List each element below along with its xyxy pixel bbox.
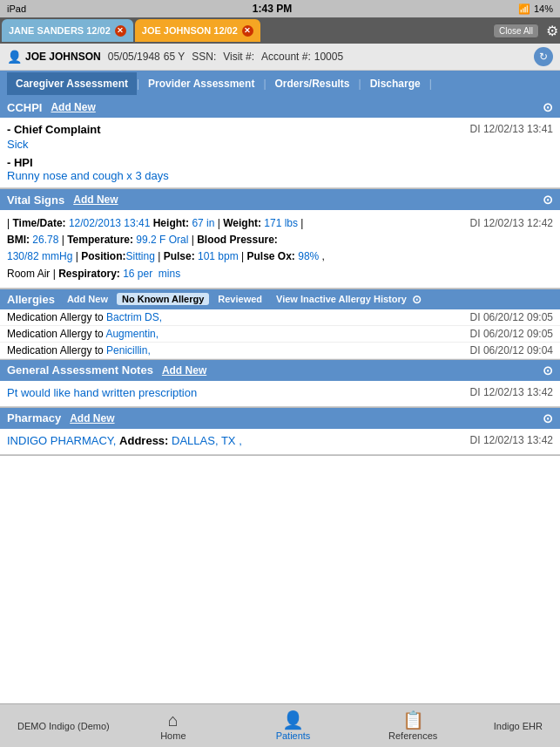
general-assessment-value[interactable]: Pt would like hand written prescription	[7, 386, 197, 399]
main-content: CCHPI Add New ⊙ - Chief Complaint DI 12/…	[0, 97, 560, 504]
general-assessment-section: General Assessment Notes Add New ⊙ Pt wo…	[0, 360, 560, 408]
vitals-row: | Time/Date: 12/02/2013 13:41 Height: 67…	[7, 215, 553, 282]
settings-icon[interactable]: ⚙	[546, 23, 558, 39]
allergy-text-1: Medication Allergy to Augmentin,	[7, 328, 159, 340]
patient-info-bar: 👤 JOE JOHNSON 05/05/1948 65 Y SSN: Visit…	[0, 44, 560, 71]
visit-label: Visit #:	[223, 51, 254, 63]
allergy-view-inactive[interactable]: View Inactive Allergy History	[271, 293, 412, 305]
tab-provider-assessment[interactable]: Provider Assessment	[139, 72, 263, 95]
patient-tab-joe[interactable]: JOE JOHNSON 12/02 ✕	[135, 19, 260, 42]
patients-icon: 👤	[282, 711, 304, 729]
bottom-tab-home[interactable]: ⌂ Home	[113, 711, 233, 741]
vital-signs-section: Vital Signs Add New ⊙ | Time/Date: 12/02…	[0, 189, 560, 289]
status-bar-right: 📶 14%	[518, 3, 553, 15]
pharmacy-section: Pharmacy Add New ⊙ INDIGO PHARMACY, Addr…	[0, 408, 560, 456]
pharmacy-address-label: Address:	[119, 434, 172, 447]
allergies-header: Allergies Add New No Known Allergy Revie…	[0, 289, 560, 309]
patient-dob: 05/05/1948	[108, 51, 160, 63]
bottom-tab-patients[interactable]: 👤 Patients	[233, 711, 354, 741]
nav-tabs: Caregiver Assessment | Provider Assessme…	[0, 71, 560, 97]
allergy-drug-0[interactable]: Bactrim DS,	[106, 311, 162, 323]
cchpi-header: CCHPI Add New ⊙	[0, 97, 560, 118]
vitals-details: | Time/Date: 12/02/2013 13:41 Height: 67…	[7, 215, 470, 282]
pharmacy-header: Pharmacy Add New ⊙	[0, 408, 560, 429]
references-label: References	[388, 730, 437, 741]
chief-complaint-label: - Chief Complaint	[7, 123, 101, 136]
cchpi-title: CCHPI	[7, 101, 42, 114]
allergy-drug-2[interactable]: Penicillin,	[106, 344, 151, 357]
pharmacy-title: Pharmacy	[7, 411, 61, 424]
status-bar-left: iPad	[7, 3, 26, 14]
refresh-button[interactable]: ↻	[534, 47, 553, 66]
allergies-content: Medication Allergy to Bactrim DS, DI 06/…	[0, 309, 560, 359]
general-assessment-header: General Assessment Notes Add New ⊙	[0, 360, 560, 381]
allergy-di-0: DI 06/20/12 09:05	[470, 311, 553, 323]
bottom-demo-label: DEMO Indigo (Demo)	[17, 721, 113, 731]
bottom-tab-bar: DEMO Indigo (Demo) ⌂ Home 👤 Patients 📋 R…	[0, 703, 560, 747]
cchpi-add-new[interactable]: Add New	[51, 101, 95, 113]
allergy-drug-1[interactable]: Augmentin,	[105, 328, 159, 340]
pharmacy-add-new[interactable]: Add New	[70, 412, 114, 424]
allergy-add-new[interactable]: Add New	[62, 293, 113, 305]
general-assessment-add-new[interactable]: Add New	[162, 364, 206, 377]
allergy-text-2: Medication Allergy to Penicillin,	[7, 344, 151, 357]
allergy-item-1: Medication Allergy to Augmentin, DI 06/2…	[0, 326, 560, 343]
patient-tab-jane[interactable]: JANE SANDERS 12/02 ✕	[2, 19, 133, 42]
tab-orders-results[interactable]: Orders/Results	[267, 72, 359, 95]
pharmacy-collapse-icon[interactable]: ⊙	[543, 411, 553, 425]
general-assessment-collapse-icon[interactable]: ⊙	[543, 363, 553, 377]
references-icon: 📋	[402, 711, 424, 729]
bottom-ehr-label: Indigo EHR	[473, 721, 543, 731]
vitals-di: DI 12/02/13 12:42	[470, 215, 553, 282]
allergies-collapse-icon[interactable]: ⊙	[412, 293, 422, 306]
chief-complaint-value: Sick	[7, 138, 553, 151]
hpi-link[interactable]: Runny nose and cough x 3 days	[7, 169, 169, 182]
allergy-item-2: Medication Allergy to Penicillin, DI 06/…	[0, 343, 560, 359]
allergies-section: Allergies Add New No Known Allergy Revie…	[0, 289, 560, 360]
patients-label: Patients	[276, 730, 311, 741]
ssn-label: SSN:	[192, 51, 216, 63]
vital-signs-add-new[interactable]: Add New	[73, 194, 118, 206]
close-tab-joe[interactable]: ✕	[242, 25, 253, 37]
pharmacy-name[interactable]: INDIGO PHARMACY,	[7, 434, 116, 447]
patient-tab-bar: JANE SANDERS 12/02 ✕ JOE JOHNSON 12/02 ✕…	[0, 17, 560, 44]
pharmacy-di: DI 12/02/13 13:42	[470, 434, 553, 446]
tab-label-joe: JOE JOHNSON 12/02	[142, 25, 238, 36]
home-label: Home	[160, 730, 186, 741]
allergy-reviewed[interactable]: Reviewed	[213, 293, 267, 305]
chief-complaint-link[interactable]: Sick	[7, 138, 29, 151]
vital-signs-collapse-icon[interactable]: ⊙	[543, 193, 553, 207]
wifi-icon: 📶	[518, 3, 530, 15]
close-tab-jane[interactable]: ✕	[115, 25, 126, 37]
hpi-value: Runny nose and cough x 3 days	[7, 169, 553, 182]
status-bar-time: 1:43 PM	[253, 3, 292, 15]
pharmacy-info: INDIGO PHARMACY, Address: DALLAS, TX ,	[7, 434, 242, 447]
vital-signs-content: | Time/Date: 12/02/2013 13:41 Height: 67…	[0, 210, 560, 289]
vital-signs-header: Vital Signs Add New ⊙	[0, 189, 560, 210]
allergy-text-0: Medication Allergy to Bactrim DS,	[7, 311, 162, 323]
hpi-label: - HPI	[7, 156, 553, 169]
cchpi-content: - Chief Complaint DI 12/02/13 13:41 Sick…	[0, 118, 560, 188]
allergy-actions: Add New No Known Allergy Reviewed View I…	[62, 293, 412, 305]
chief-complaint-di: DI 12/02/13 13:41	[470, 123, 553, 135]
general-assessment-title: General Assessment Notes	[7, 363, 153, 377]
status-bar: iPad 1:43 PM 📶 14%	[0, 0, 560, 17]
tab-discharge[interactable]: Discharge	[361, 72, 429, 95]
battery-text: 14%	[534, 3, 553, 14]
bottom-tab-references[interactable]: 📋 References	[353, 711, 473, 741]
pharmacy-content: INDIGO PHARMACY, Address: DALLAS, TX , D…	[0, 429, 560, 455]
chief-complaint-row: - Chief Complaint DI 12/02/13 13:41	[7, 123, 553, 136]
vital-signs-title: Vital Signs	[7, 194, 64, 207]
pharmacy-address[interactable]: DALLAS, TX ,	[172, 434, 242, 447]
patient-name: JOE JOHNSON	[25, 51, 101, 63]
tab-label-jane: JANE SANDERS 12/02	[9, 25, 111, 36]
close-all-button[interactable]: Close All	[493, 24, 539, 38]
allergy-no-known[interactable]: No Known Allergy	[117, 293, 209, 305]
account-label: Account #:	[261, 51, 311, 63]
cchpi-section: CCHPI Add New ⊙ - Chief Complaint DI 12/…	[0, 97, 560, 189]
patient-age: 65 Y	[164, 51, 185, 63]
tab-caregiver-assessment[interactable]: Caregiver Assessment	[7, 72, 137, 95]
allergies-title: Allergies	[7, 293, 55, 306]
allergy-item-0: Medication Allergy to Bactrim DS, DI 06/…	[0, 309, 560, 326]
cchpi-collapse-icon[interactable]: ⊙	[543, 100, 553, 114]
